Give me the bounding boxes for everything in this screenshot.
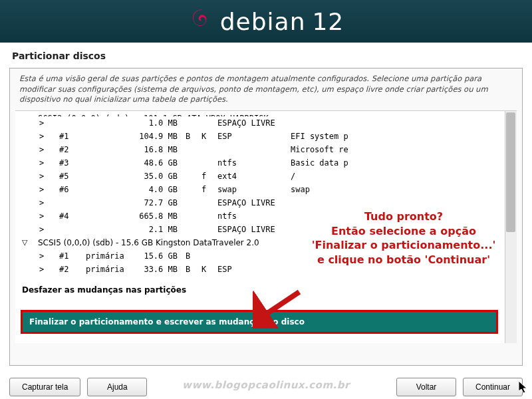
button-bar: Capturar tela Ajuda Voltar Continuar [0, 372, 532, 399]
disk-label: SCSI5 (0,0,0) (sdb) - 15.6 GB Kingston D… [38, 238, 259, 247]
header-brand: debian12 [220, 8, 344, 35]
debian-swirl-icon [188, 6, 215, 37]
continue-button[interactable]: Continuar [463, 378, 523, 396]
partition-row[interactable]: >#1104.9 MBBKESPEFI system p [15, 130, 517, 143]
partition-row[interactable]: >2.1 MBESPAÇO LIVRE [15, 223, 517, 236]
intro-text: Esta é uma visão geral de suas partições… [15, 74, 517, 109]
partition-row[interactable]: >#64.0 GBfswapswap [15, 183, 517, 196]
partition-row[interactable]: >#2primária33.6 MBBKESP [15, 263, 517, 276]
disk-header[interactable]: ▽SCSI5 (0,0,0) (sdb) - 15.6 GB Kingston … [15, 236, 517, 249]
partition-row[interactable]: >#4665.8 MBntfs [15, 209, 517, 223]
page-title: Particionar discos [0, 43, 532, 65]
scrollbar-thumb[interactable] [506, 112, 515, 232]
screenshot-button[interactable]: Capturar tela [9, 378, 80, 396]
partition-row[interactable]: >72.7 GBESPAÇO LIVRE [15, 196, 517, 209]
chevron-down-icon: ▽ [22, 238, 38, 247]
installer-header: debian12 [0, 0, 532, 43]
back-button[interactable]: Voltar [396, 378, 456, 396]
partition-row[interactable]: >#348.6 GBntfsBasic data p [15, 156, 517, 170]
partition-list[interactable]: ▽SCSI2 (0,0,0) (sda) - 101.1 GB ATA VBOX… [15, 110, 517, 343]
main-content: Esta é uma visão geral de suas partições… [9, 68, 523, 366]
partition-row[interactable]: >#216.8 MBMicrosoft re [15, 143, 517, 156]
partition-row[interactable]: >1.0 MBESPAÇO LIVRE [15, 116, 517, 130]
partition-row[interactable]: >#535.0 GBfext4/ [15, 170, 517, 183]
undo-changes-option[interactable]: Desfazer as mudanças nas partições [15, 281, 517, 296]
scrollbar[interactable] [505, 111, 517, 343]
partition-row[interactable]: >#1primária15.6 GBB [15, 249, 517, 263]
finalize-partitioning-option[interactable]: Finalizar o particionamento e escrever a… [21, 310, 498, 334]
help-button[interactable]: Ajuda [87, 378, 147, 396]
